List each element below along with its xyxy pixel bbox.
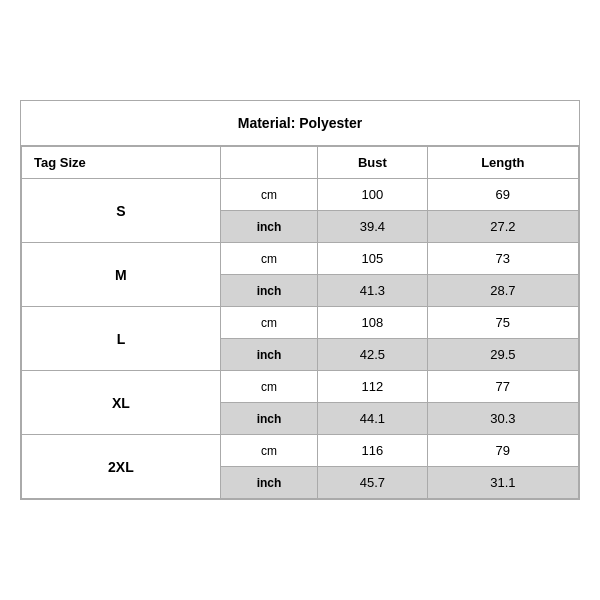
unit-cell: cm (220, 307, 317, 339)
bust-value: 112 (318, 371, 428, 403)
bust-value: 42.5 (318, 339, 428, 371)
unit-cell: cm (220, 179, 317, 211)
unit-cell: inch (220, 211, 317, 243)
unit-cell: inch (220, 339, 317, 371)
size-chart-container: Material: Polyester Tag Size Bust Length… (20, 100, 580, 500)
unit-cell: cm (220, 371, 317, 403)
bust-value: 108 (318, 307, 428, 339)
length-value: 31.1 (427, 467, 578, 499)
bust-value: 100 (318, 179, 428, 211)
chart-title: Material: Polyester (21, 101, 579, 146)
length-value: 69 (427, 179, 578, 211)
length-value: 30.3 (427, 403, 578, 435)
length-value: 75 (427, 307, 578, 339)
bust-value: 44.1 (318, 403, 428, 435)
length-value: 27.2 (427, 211, 578, 243)
unit-cell: inch (220, 403, 317, 435)
unit-cell: inch (220, 275, 317, 307)
size-label: 2XL (22, 435, 221, 499)
header-bust: Bust (318, 147, 428, 179)
bust-value: 116 (318, 435, 428, 467)
bust-value: 105 (318, 243, 428, 275)
bust-value: 39.4 (318, 211, 428, 243)
size-label: M (22, 243, 221, 307)
unit-cell: inch (220, 467, 317, 499)
size-label: S (22, 179, 221, 243)
size-label: L (22, 307, 221, 371)
length-value: 28.7 (427, 275, 578, 307)
unit-cell: cm (220, 243, 317, 275)
size-label: XL (22, 371, 221, 435)
bust-value: 45.7 (318, 467, 428, 499)
unit-cell: cm (220, 435, 317, 467)
size-table: Tag Size Bust Length Scm10069inch39.427.… (21, 146, 579, 499)
length-value: 79 (427, 435, 578, 467)
header-length: Length (427, 147, 578, 179)
header-unit-col (220, 147, 317, 179)
length-value: 77 (427, 371, 578, 403)
header-tag-size: Tag Size (22, 147, 221, 179)
bust-value: 41.3 (318, 275, 428, 307)
length-value: 29.5 (427, 339, 578, 371)
length-value: 73 (427, 243, 578, 275)
